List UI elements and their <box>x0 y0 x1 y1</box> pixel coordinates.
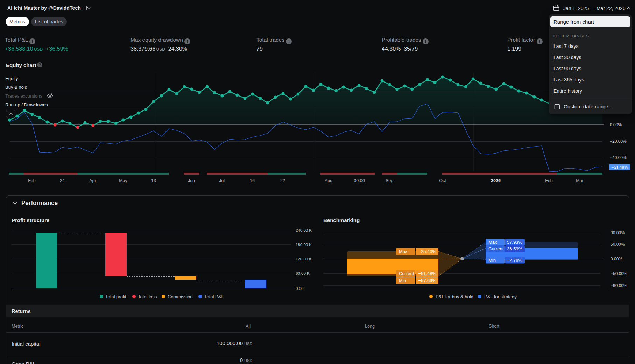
svg-text:Aug: Aug <box>325 178 332 183</box>
svg-text:Sep: Sep <box>386 178 393 183</box>
svg-text:Mar: Mar <box>576 178 584 183</box>
svg-text:Oct: Oct <box>439 178 446 183</box>
svg-text:Feb: Feb <box>28 178 36 183</box>
svg-text:0.00%: 0.00% <box>610 122 622 127</box>
svg-text:13: 13 <box>151 178 156 183</box>
svg-text:Jul: Jul <box>219 178 225 183</box>
svg-text:Buy & hold: Buy & hold <box>5 85 27 90</box>
svg-text:16: 16 <box>250 178 255 183</box>
svg-text:−51.48%: −51.48% <box>611 165 628 170</box>
svg-text:00:00: 00:00 <box>354 178 365 183</box>
svg-text:Trades excursions: Trades excursions <box>5 93 42 99</box>
svg-text:Feb: Feb <box>545 178 553 183</box>
svg-text:−20.00%: −20.00% <box>610 139 627 144</box>
svg-text:−40.00%: −40.00% <box>610 155 627 160</box>
svg-text:2026: 2026 <box>491 178 501 183</box>
svg-text:Jun: Jun <box>188 178 195 183</box>
svg-text:24: 24 <box>60 178 65 183</box>
svg-text:Run-up / Drawdowns: Run-up / Drawdowns <box>5 102 48 107</box>
svg-text:22: 22 <box>280 178 285 183</box>
svg-text:Equity: Equity <box>5 76 18 81</box>
svg-text:May: May <box>119 178 127 183</box>
svg-text:Apr: Apr <box>89 178 96 183</box>
